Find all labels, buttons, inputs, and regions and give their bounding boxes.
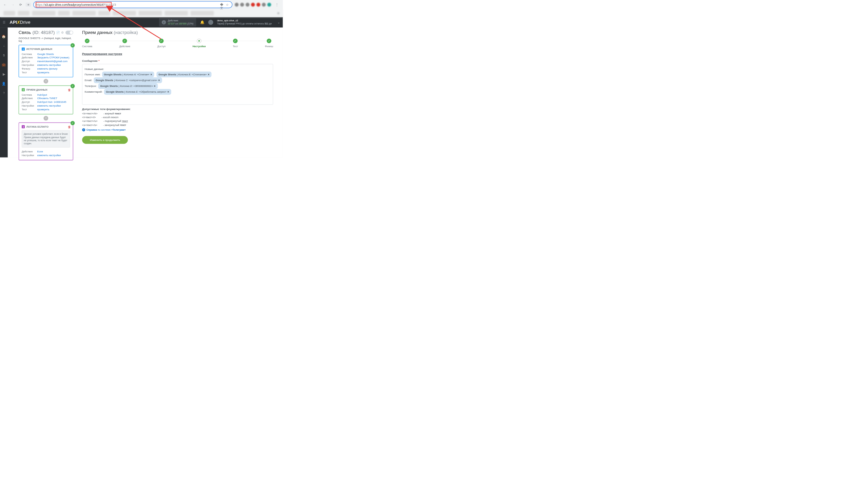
notifications-icon[interactable]: 🔔 xyxy=(200,20,205,24)
step-dot: ✓ xyxy=(122,39,127,43)
msg-line: Комментарий: Google Sheets | Колонка E: … xyxy=(85,89,271,95)
destination-card[interactable]: ✓ 🗑 2ПРИЕМ ДАННЫХ СистемаHubSpotДействие… xyxy=(19,86,73,114)
briefcase-icon[interactable]: 💼 xyxy=(2,62,6,67)
variable-tag[interactable]: Google Sheets | Колонка C: «sstepanov@gm… xyxy=(94,77,162,83)
card-row: СистемаGoogle Sheets xyxy=(22,53,70,56)
user-icon[interactable]: 👤 xyxy=(2,81,6,86)
format-row: <u>текст</u> - подчеркнутый текст xyxy=(82,119,273,123)
gear-icon[interactable]: ⚙ xyxy=(61,31,63,34)
remove-tag-icon[interactable]: ✕ xyxy=(208,72,210,77)
source-card[interactable]: ✓ 1ИСТОЧНИК ДАННЫХ СистемаGoogle SheetsД… xyxy=(19,45,73,77)
avatar[interactable] xyxy=(208,20,213,25)
msg-line: Новые данные: xyxy=(85,66,271,72)
card-link[interactable]: HubSpot xyxy=(37,93,47,96)
help-icon[interactable]: ? xyxy=(3,91,5,95)
actions-counter[interactable]: i Действия: 22'137 из 100'000 (22%) xyxy=(159,18,196,26)
section-title: Редактирование настроек xyxy=(82,52,273,56)
forward-button[interactable]: → xyxy=(10,2,16,7)
stepper: ✓Система✓Действие✓ДоступНастройки✓Тест✓Ф… xyxy=(82,39,273,48)
card-row: Настройкиизменить настройки xyxy=(22,154,70,157)
variable-tag[interactable]: Google Sheets | Колонка D: «380999999991… xyxy=(98,83,158,89)
msg-line: Телефон: Google Sheets | Колонка D: «380… xyxy=(85,83,271,89)
home-icon[interactable]: 🏠 xyxy=(2,35,6,39)
chevron-down-icon[interactable]: ⌄ xyxy=(277,20,280,24)
card-link[interactable]: изменить настройки xyxy=(37,63,61,67)
step-Финиш[interactable]: ✓Финиш xyxy=(265,39,273,48)
submit-button[interactable]: Изменить и продолжить xyxy=(82,136,128,144)
connections-icon[interactable]: ⛬ xyxy=(2,44,6,48)
format-row: <i>текст</i> - косой текст xyxy=(82,115,273,119)
app-header: ☰ APIXDrive i Действия: 22'137 из 100'00… xyxy=(0,17,283,27)
card-link[interactable]: Если xyxy=(37,150,43,153)
format-row: <s>текст</s> - зачеркнутый текст xyxy=(82,123,273,127)
remove-tag-icon[interactable]: ✕ xyxy=(154,84,156,89)
step-dot xyxy=(197,39,201,43)
main-panel: Прием данных (настройка) ✓Система✓Действ… xyxy=(77,27,283,157)
add-step-button[interactable]: + xyxy=(43,79,48,84)
site-info-icon[interactable]: ⚙ xyxy=(25,3,31,6)
card-link[interactable]: изменить настройки xyxy=(37,154,61,157)
user-menu[interactable]: demo_apix-drive_s3 Тариф |Премиум PRO| д… xyxy=(217,19,272,25)
delete-icon[interactable]: 🗑 xyxy=(68,88,71,92)
billing-icon[interactable]: $ xyxy=(3,53,5,57)
delete-icon[interactable]: 🗑 xyxy=(68,125,71,129)
bookmark-star-icon[interactable]: ☆ xyxy=(226,3,230,6)
bookmarks-bar: » xyxy=(0,9,283,17)
browser-menu-icon[interactable]: ⋮ xyxy=(273,2,281,7)
reload-button[interactable]: ⟳ xyxy=(18,2,23,7)
card-row: ДействиеЗагрузить СТРОКИ (новые) xyxy=(22,56,70,59)
card-row: Настройкиизменить настройки xyxy=(22,63,70,67)
msg-line: Email: Google Sheets | Колонка C: «sstep… xyxy=(85,77,271,83)
hamburger-icon[interactable]: ☰ xyxy=(3,20,7,24)
card-row: ДействиеЕсли xyxy=(22,150,70,153)
card-link[interactable]: Загрузить СТРОКИ (новые) xyxy=(37,56,69,59)
logic-note: Данное условие сработает, если в блоке П… xyxy=(22,130,70,148)
card-link[interactable]: HubSpot Hub: 143801645 xyxy=(37,100,66,104)
connection-toggle[interactable] xyxy=(65,31,73,34)
variable-tag[interactable]: Google Sheets | Колонка B: «Степанов» ✕ xyxy=(157,72,212,77)
logic-card[interactable]: ✓ 🗑 3ЛОГИКА ЕСЛИ/ТО Данное условие срабо… xyxy=(19,123,73,160)
step-dot: ✓ xyxy=(267,39,271,43)
card-row: Доступmaverickandrii@gmail.com xyxy=(22,60,70,63)
remove-tag-icon[interactable]: ✕ xyxy=(167,89,169,94)
browser-toolbar: ← → ⟳ ⚙ https://s3.apix-drive.com/leadpr… xyxy=(0,0,283,9)
card-title: ПРИЕМ ДАННЫХ xyxy=(26,88,47,91)
variable-tag[interactable]: Google Sheets | Колонка A: «Степан» ✕ xyxy=(102,72,154,77)
msg-line: Полное имя: Google Sheets | Колонка A: «… xyxy=(85,72,271,77)
address-bar[interactable]: https://s3.apix-drive.com/leadproxy/conn… xyxy=(33,1,232,8)
step-Система[interactable]: ✓Система xyxy=(82,39,92,48)
remove-tag-icon[interactable]: ✕ xyxy=(150,72,152,77)
card-title: ЛОГИКА ЕСЛИ/ТО xyxy=(26,125,49,128)
card-title: ИСТОЧНИК ДАННЫХ xyxy=(26,48,53,51)
help-link[interactable]: ? Справка по системе «Телеграм» xyxy=(82,128,273,131)
card-link[interactable]: Обновить ТИКЕТ xyxy=(37,97,57,100)
card-row: Тестпроверить xyxy=(22,108,70,111)
card-link[interactable]: проверить xyxy=(37,108,50,111)
message-editor[interactable]: Новые данные: Полное имя: Google Sheets … xyxy=(82,64,273,105)
video-icon[interactable]: ▶ xyxy=(3,72,5,76)
card-row: ДействиеОбновить ТИКЕТ xyxy=(22,97,70,100)
extensions-area xyxy=(235,3,271,6)
format-title: Допустимые теги форматирования: xyxy=(82,107,273,110)
field-label: Сообщение * xyxy=(82,59,273,62)
remove-tag-icon[interactable]: ✕ xyxy=(158,78,160,83)
step-Доступ[interactable]: ✓Доступ xyxy=(157,39,166,48)
add-step-button[interactable]: + xyxy=(43,116,48,120)
card-link[interactable]: maverickandrii@gmail.com xyxy=(37,60,67,63)
back-button[interactable]: ← xyxy=(2,2,8,7)
copy-icon[interactable]: 📄 xyxy=(56,31,60,34)
step-Настройки[interactable]: Настройки xyxy=(192,39,206,48)
connection-title: Связь xyxy=(19,30,31,35)
logo[interactable]: APIXDrive xyxy=(10,20,31,25)
card-link[interactable]: изменить настройки xyxy=(37,104,61,107)
card-link[interactable]: Google Sheets xyxy=(37,53,54,56)
bookmarks-overflow-icon[interactable]: » xyxy=(277,11,279,15)
card-row: СистемаHubSpot xyxy=(22,93,70,96)
variable-tag[interactable]: Google Sheets | Колонка E: «Обработать з… xyxy=(104,89,171,95)
format-row: <b>текст</b> - жирный текст xyxy=(82,112,273,115)
card-link[interactable]: изменить фильтр xyxy=(37,67,58,70)
card-link[interactable]: проверить xyxy=(37,71,50,74)
step-Действие[interactable]: ✓Действие xyxy=(119,39,131,48)
translate-icon[interactable]: �文 xyxy=(220,3,224,6)
step-Тест[interactable]: ✓Тест xyxy=(233,39,238,48)
